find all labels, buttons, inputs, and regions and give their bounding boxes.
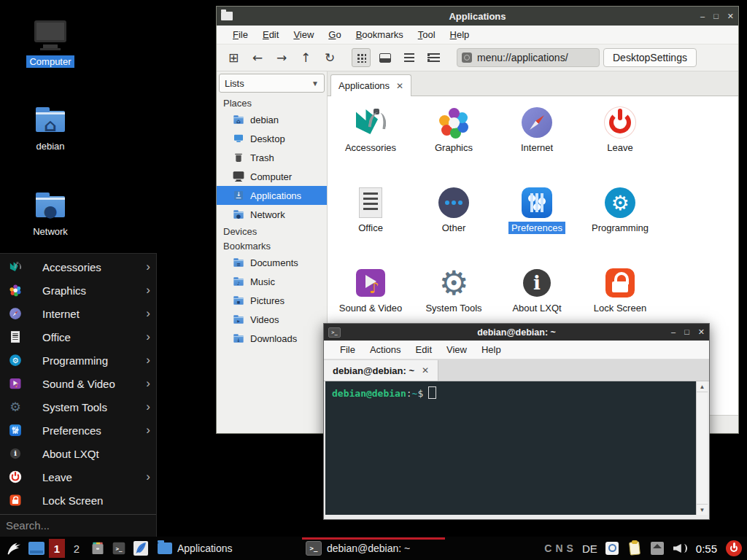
fm-titlebar[interactable]: Applications – □ ✕ — [217, 7, 738, 26]
app-category-item[interactable]: Office — [329, 179, 412, 260]
menu-item[interactable]: Edit — [255, 27, 286, 42]
workspace-2-button[interactable]: 2 — [69, 539, 84, 558]
menu-item[interactable]: Go — [321, 27, 348, 42]
start-menu-item[interactable]: Sound & Video › — [0, 372, 156, 395]
terminal-screen[interactable]: debian@debian:~$ ▲ ▼ — [325, 381, 708, 515]
app-category-item[interactable]: Programming — [578, 179, 662, 260]
minimize-button[interactable]: – — [700, 12, 705, 20]
path-bar[interactable]: menu://applications/ — [457, 48, 600, 67]
file-manager-launcher[interactable] — [90, 541, 105, 556]
editor-launcher[interactable] — [133, 540, 149, 556]
sidebar-row[interactable]: Trash — [217, 148, 327, 167]
screenshot-tray-icon[interactable] — [604, 540, 620, 556]
workspace-1-button[interactable]: 1 — [49, 539, 65, 558]
app-category-item[interactable]: Accessories — [329, 99, 412, 179]
keyboard-layout-indicator[interactable]: DE — [582, 542, 597, 555]
start-menu-item[interactable]: Internet › — [0, 302, 156, 325]
terminal-scrollbar[interactable]: ▲ ▼ — [696, 381, 708, 515]
desktop[interactable]: Computer debian Network Accessories › — [0, 0, 747, 560]
tab-applications[interactable]: Applications ✕ — [330, 74, 411, 96]
sidebar-row[interactable]: Downloads — [217, 329, 327, 348]
menu-item[interactable]: Tool — [411, 27, 443, 42]
show-desktop-button[interactable] — [28, 542, 44, 555]
taskbar-task-applications[interactable]: Applications — [154, 537, 297, 560]
desktop-icon-computer[interactable]: Computer — [15, 18, 85, 68]
category-icon — [9, 424, 22, 437]
detailed-view-button[interactable] — [400, 48, 419, 67]
start-menu-item[interactable]: Leave › — [0, 465, 156, 489]
sidebar-row[interactable]: Music — [217, 272, 327, 291]
start-menu-item[interactable]: Preferences › — [0, 419, 156, 442]
clipboard-tray-icon[interactable] — [627, 540, 643, 556]
app-category-item[interactable]: Graphics — [412, 99, 495, 179]
menu-item[interactable]: View — [286, 27, 321, 42]
sidebar-row[interactable]: debian — [217, 110, 327, 129]
desktop-settings-button[interactable]: DesktopSettings — [603, 48, 697, 67]
compact-view-button[interactable] — [424, 48, 443, 67]
sidebar-row[interactable]: Applications — [217, 186, 327, 205]
lists-dropdown[interactable]: Lists ▼ — [219, 74, 325, 93]
scroll-up-icon[interactable]: ▲ — [697, 381, 708, 392]
sidebar-row-label: Music — [250, 276, 275, 287]
thumbnail-view-button[interactable] — [376, 48, 395, 67]
app-category-item[interactable]: Leave — [578, 99, 662, 179]
volume-tray-icon[interactable] — [672, 540, 688, 556]
close-button[interactable]: ✕ — [698, 328, 705, 336]
terminal-tab[interactable]: debian@debian: ~ ✕ — [324, 360, 438, 381]
search-input[interactable] — [0, 515, 157, 536]
network-folder-icon — [33, 187, 68, 222]
sidebar-row[interactable]: Pictures — [217, 291, 327, 310]
power-button[interactable] — [725, 540, 743, 557]
start-menu: Accessories › Graphics › Internet › — [0, 253, 157, 537]
start-menu-item[interactable]: Programming › — [0, 349, 156, 372]
taskbar-task-terminal[interactable]: >_ debian@debian: ~ — [302, 537, 445, 560]
lock-indicator: C — [544, 542, 551, 554]
back-button[interactable]: ← — [248, 48, 267, 67]
sidebar-row[interactable]: Desktop — [217, 129, 327, 148]
terminal-titlebar[interactable]: >_ debian@debian: ~ – □ ✕ — [324, 324, 709, 341]
menu-item[interactable]: Help — [474, 342, 508, 357]
icon-view-button[interactable] — [352, 48, 371, 67]
app-category-item[interactable]: Internet — [495, 99, 578, 179]
up-button[interactable]: ↑ — [296, 48, 315, 67]
start-menu-item[interactable]: Lock Screen — [0, 489, 156, 512]
reload-button[interactable]: ↻ — [320, 48, 339, 67]
start-menu-item[interactable]: About LXQt — [0, 442, 156, 465]
start-menu-item[interactable]: Accessories › — [0, 255, 156, 279]
maximize-button[interactable]: □ — [713, 12, 719, 20]
start-menu-item[interactable]: Graphics › — [0, 279, 156, 302]
menu-item[interactable]: File — [333, 342, 363, 357]
sidebar-row[interactable]: Network — [217, 205, 327, 224]
menu-item[interactable]: File — [225, 27, 255, 42]
tab-close-icon[interactable]: ✕ — [396, 81, 403, 91]
terminal-tab-label: debian@debian: ~ — [333, 365, 414, 376]
sidebar-row[interactable]: Videos — [217, 310, 327, 329]
minimize-button[interactable]: – — [671, 328, 676, 336]
app-category-item[interactable]: Other — [412, 179, 495, 260]
app-category-item[interactable]: Preferences — [495, 179, 578, 260]
close-button[interactable]: ✕ — [727, 12, 734, 20]
app-category-icon — [519, 185, 554, 220]
start-menu-item[interactable]: Office › — [0, 325, 156, 349]
desktop-icon-home[interactable]: debian — [15, 102, 85, 152]
sidebar-row[interactable]: Computer — [217, 167, 327, 186]
sidebar-row[interactable]: Documents — [217, 253, 327, 272]
desktop-icon-network[interactable]: Network — [15, 187, 85, 238]
tab-close-icon[interactable]: ✕ — [422, 365, 429, 376]
maximize-button[interactable]: □ — [684, 328, 689, 336]
menu-item[interactable]: Help — [443, 27, 477, 42]
main-menu-button[interactable] — [4, 539, 23, 558]
menu-item[interactable]: Bookmarks — [349, 27, 411, 42]
menu-item[interactable]: View — [439, 342, 474, 357]
terminal-launcher[interactable] — [112, 541, 126, 556]
forward-button[interactable]: → — [272, 48, 291, 67]
new-tab-button[interactable]: ⊞ — [224, 48, 243, 67]
sidebar-row-label: Applications — [250, 190, 301, 201]
scroll-down-icon[interactable]: ▼ — [697, 504, 708, 515]
menu-item[interactable]: Actions — [363, 342, 409, 357]
eject-tray-icon[interactable] — [649, 540, 665, 556]
start-menu-item-label: Leave — [42, 471, 156, 483]
menu-item[interactable]: Edit — [409, 342, 439, 357]
clock[interactable]: 0:55 — [696, 542, 717, 555]
start-menu-item[interactable]: System Tools › — [0, 395, 156, 419]
